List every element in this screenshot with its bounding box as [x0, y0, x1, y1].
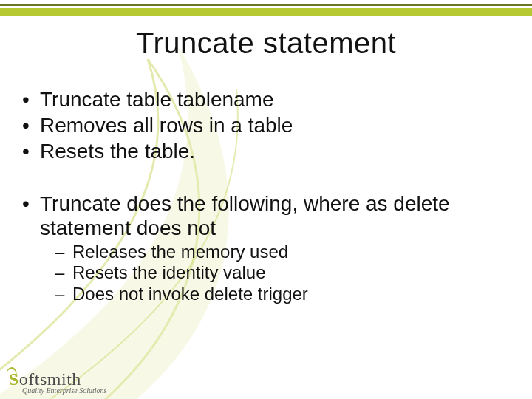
bullet-item: Removes all rows in a table	[22, 113, 510, 137]
slide-title: Truncate statement	[0, 27, 532, 60]
brand-logo: Softsmith Quality Enterprise Solutions	[9, 370, 106, 395]
brand-tagline: Quality Enterprise Solutions	[22, 386, 106, 395]
bullet-item: Truncate table tablename	[22, 87, 510, 112]
logo-swirl-icon	[4, 366, 21, 382]
bullet-item: Resets the table.	[22, 139, 510, 163]
spacer	[22, 165, 510, 191]
slide: Truncate statement Truncate table tablen…	[0, 0, 532, 399]
brand-name: Softsmith	[9, 370, 106, 388]
top-rule-dark	[0, 4, 532, 6]
body-text: Truncate table tablename Removes all row…	[22, 87, 510, 304]
top-rule-light	[0, 8, 532, 16]
sub-bullet-item: Does not invoke delete trigger	[22, 284, 510, 304]
sub-bullet-item: Resets the identity value	[22, 262, 510, 283]
sub-bullet-item: Releases the memory used	[22, 242, 510, 262]
bullet-item: Truncate does the following, where as de…	[22, 191, 510, 240]
